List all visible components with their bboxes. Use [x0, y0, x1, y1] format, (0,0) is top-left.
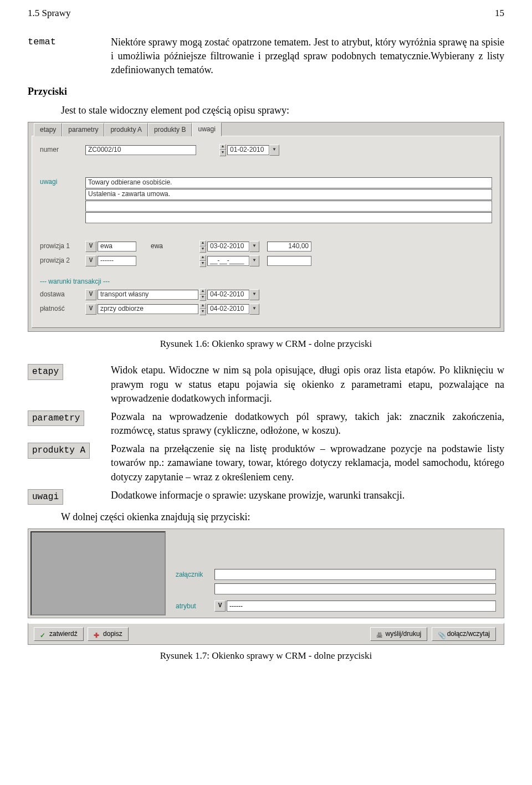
prowizja1-drop1[interactable]: V [85, 241, 96, 252]
prowizja1-date-spin[interactable]: ▲▼ [200, 240, 206, 253]
atrybut-input[interactable]: ------ [227, 601, 496, 612]
platnosc-date[interactable]: 04-02-2010 [207, 304, 249, 314]
uwagi-label: uwagi [40, 177, 85, 187]
przyciski-heading: Przyciski [28, 85, 504, 99]
preview-panel [30, 531, 166, 615]
platnosc-date-spin[interactable]: ▲▼ [200, 303, 206, 315]
uwagi-line-3[interactable] [85, 212, 492, 223]
dostawa-label: dostawa [40, 290, 85, 299]
zatwierdz-label: zatwierdź [49, 629, 78, 639]
tab-uwagi[interactable]: uwagi [192, 122, 221, 136]
tab-produkty-b[interactable]: produkty B [148, 123, 192, 136]
zatwierdz-button[interactable]: ✓zatwierdź [34, 627, 84, 641]
atrybut-drop[interactable]: V [214, 601, 226, 612]
def-temat: Niektóre sprawy mogą zostać opatrzone te… [111, 35, 504, 78]
dopisz-label: dopisz [103, 629, 122, 639]
dostawa-sel[interactable]: transport własny [98, 290, 198, 300]
tab-produkty-a[interactable]: produkty A [104, 123, 148, 136]
wyslij-label: wyślij/drukuj [386, 629, 422, 639]
przyciski-sub: Jest to stale widoczny element pod częśc… [61, 104, 504, 117]
desc-etapy: Widok etapu. Widoczne w nim są pola opis… [111, 363, 504, 406]
tab-parametry[interactable]: parametry [62, 123, 104, 136]
header-right: 15 [495, 7, 504, 20]
desc-parametry: Pozwala na wprowadzenie dodatkowych pól … [111, 410, 504, 438]
prowizja1-label: prowizja 1 [40, 242, 85, 251]
btn-etapy: etapy [28, 364, 63, 379]
dopisz-button[interactable]: ✚dopisz [88, 627, 129, 641]
zalacznik-input-1[interactable] [214, 569, 496, 580]
btn-parametry: parametry [28, 411, 84, 426]
check-icon: ✓ [40, 631, 47, 638]
zalacznik-label: załącznik [176, 570, 214, 579]
caption-fig-1-7: Rysunek 1.7: Okienko sprawy w CRM - doln… [28, 649, 504, 663]
dolacz-label: dołącz/wczytaj [447, 629, 490, 639]
uwagi-textarea[interactable]: Towary odbierane osobiście. Ustalenia - … [85, 177, 492, 224]
numer-date-dropdown[interactable]: ▼ [269, 145, 279, 156]
bottom-text: W dolnej części okienka znajdują się prz… [61, 510, 504, 524]
platnosc-drop[interactable]: V [85, 304, 96, 315]
dostawa-date-spin[interactable]: ▲▼ [200, 289, 206, 301]
header-left: 1.5 Sprawy [28, 7, 70, 20]
caption-fig-1-6: Rysunek 1.6: Okienko sprawy w CRM - doln… [28, 337, 504, 351]
wyslij-drukuj-button[interactable]: 🖶wyślij/drukuj [370, 627, 428, 641]
paperclip-icon: 📎 [438, 631, 444, 638]
prowizja1-sel1[interactable]: ewa [98, 242, 136, 252]
prowizja2-date-spin[interactable]: ▲▼ [200, 255, 206, 267]
platnosc-label: płatność [40, 304, 85, 314]
term-temat: temat [28, 35, 111, 78]
form-panel-2: załącznik atrybut V ------ [28, 529, 504, 618]
uwagi-line-0[interactable]: Towary odbierane osobiście. [85, 177, 492, 188]
btn-produkty-a: produkty A [28, 443, 90, 458]
dostawa-date[interactable]: 04-02-2010 [207, 290, 249, 300]
numer-date-input[interactable]: 01-02-2010 [227, 145, 269, 155]
printer-icon: 🖶 [376, 631, 383, 638]
atrybut-label: atrybut [176, 602, 214, 611]
bottom-button-bar: ✓zatwierdź ✚dopisz 🖶wyślij/drukuj 📎dołąc… [28, 623, 504, 645]
platnosc-sel[interactable]: zprzy odbiorze [98, 304, 198, 314]
prowizja2-date-dd[interactable]: ▼ [249, 255, 259, 266]
dolacz-wczytaj-button[interactable]: 📎dołącz/wczytaj [432, 627, 496, 641]
desc-uwagi: Dodatkowe informacje o sprawie: uzyskane… [111, 489, 504, 505]
numer-date-spinner[interactable]: ▲▼ [219, 144, 226, 156]
form-panel-1: etapy parametry produkty A produkty B uw… [28, 122, 504, 332]
prowizja2-sel[interactable]: ------ [98, 256, 136, 266]
prowizja2-drop[interactable]: V [85, 255, 96, 266]
zalacznik-input-2[interactable] [214, 583, 496, 594]
numer-label: numer [40, 145, 85, 155]
prowizja2-date[interactable]: __-__-____ [207, 256, 249, 266]
prowizja1-date-dd[interactable]: ▼ [249, 241, 259, 252]
prowizja1-date[interactable]: 03-02-2010 [207, 242, 249, 252]
uwagi-line-2[interactable] [85, 201, 492, 212]
prowizja2-label: prowizja 2 [40, 256, 85, 265]
prowizja2-amount[interactable] [267, 256, 311, 266]
plus-icon: ✚ [94, 631, 100, 638]
btn-uwagi: uwagi [28, 489, 63, 505]
tab-etapy[interactable]: etapy [34, 123, 62, 136]
warunki-label: --- warunki transakcji --- [40, 277, 492, 286]
prowizja1-sel2: ewa [149, 242, 198, 252]
dostawa-drop[interactable]: V [85, 289, 96, 300]
dostawa-date-dd[interactable]: ▼ [249, 289, 259, 300]
platnosc-date-dd[interactable]: ▼ [249, 304, 259, 315]
numer-input[interactable]: ZC0002/10 [85, 145, 196, 155]
desc-produkty-a: Pozwala na przełączenie się na listę pro… [111, 442, 504, 484]
prowizja1-amount[interactable]: 140,00 [267, 242, 311, 252]
uwagi-line-1[interactable]: Ustalenia - zawarta umowa. [85, 189, 492, 200]
